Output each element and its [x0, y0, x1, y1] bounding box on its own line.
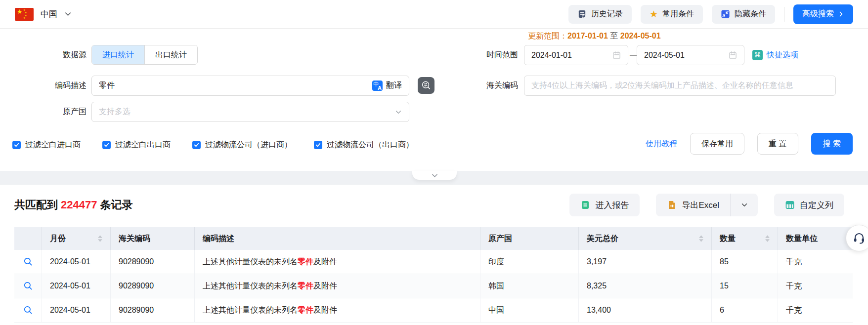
update-range-label: 更新范围： — [528, 32, 567, 40]
cell-quantity-unit: 千克 — [778, 298, 853, 322]
star-icon: ★ — [650, 9, 658, 19]
quick-options-label: 快捷选项 — [767, 50, 798, 60]
customs-trade-search-page: ★★★★★ 中国 历史记录 ★ 常用条件 隐藏条件 高级搜索 — [0, 0, 868, 325]
update-range-end: 2024-05-01 — [620, 32, 661, 40]
export-excel-group: 导出Excel — [656, 194, 758, 216]
code-desc-input[interactable]: 零件 中A 翻译 — [91, 76, 409, 96]
cell-hs-code: 90289090 — [111, 274, 195, 298]
save-common-button[interactable]: 保存常用 — [690, 133, 744, 155]
chevron-down-icon — [64, 10, 72, 18]
calendar-icon — [729, 51, 737, 59]
search-filter-panel: 更新范围：2017-01-01 至 2024-05-01 数据源 进口统计 出口… — [0, 29, 868, 171]
desc-highlight: 零件 — [298, 257, 313, 267]
advanced-search-label: 高级搜索 — [802, 9, 834, 19]
cell-hs-code: 90289090 — [111, 250, 195, 274]
hide-conditions-button[interactable]: 隐藏条件 — [712, 5, 775, 24]
cell-quantity-unit: 千克 — [778, 274, 853, 298]
header-usd-label: 美元总价 — [587, 234, 618, 244]
checkbox-label: 过滤物流公司（进口商） — [205, 140, 292, 150]
origin-country-placeholder: 支持多选 — [99, 107, 130, 117]
code-desc-value: 零件 — [99, 81, 115, 91]
desc-text: 上述其他计量仪表的未列名 — [203, 257, 298, 267]
tab-export-stats[interactable]: 出口统计 — [144, 45, 197, 64]
sorter-icon[interactable] — [98, 235, 102, 242]
customer-service-button[interactable] — [846, 225, 868, 251]
custom-columns-button[interactable]: 自定义列 — [774, 194, 844, 216]
checkbox-filter-blank-exporter[interactable]: 过滤空白出口商 — [102, 140, 171, 150]
columns-icon — [785, 200, 795, 210]
header-quantity-unit[interactable]: 数量单位 — [778, 227, 853, 250]
desc-text: 及附件 — [313, 281, 337, 291]
excel-file-icon — [667, 200, 677, 210]
translate-button[interactable]: 中A 翻译 — [372, 81, 402, 91]
form-action-buttons: 使用教程 保存常用 重 置 搜 索 — [646, 133, 853, 155]
headset-icon — [852, 231, 866, 245]
search-button[interactable]: 搜 索 — [811, 133, 853, 155]
export-options-caret[interactable] — [730, 194, 758, 216]
tutorial-link[interactable]: 使用教程 — [646, 139, 677, 149]
origin-country-select[interactable]: 支持多选 — [91, 102, 409, 122]
favorites-button[interactable]: ★ 常用条件 — [641, 5, 703, 24]
chevron-down-icon — [431, 173, 438, 178]
top-bar-divider — [784, 7, 784, 22]
advanced-search-button[interactable]: 高级搜索 — [793, 4, 853, 24]
checked-checkbox-icon — [102, 141, 111, 149]
desc-text: 及附件 — [313, 305, 337, 316]
enter-report-label: 进入报告 — [595, 200, 629, 211]
export-excel-button[interactable]: 导出Excel — [656, 194, 730, 216]
sorter-icon[interactable] — [765, 235, 770, 242]
data-source-label: 数据源 — [27, 45, 87, 65]
report-icon — [580, 200, 590, 210]
update-range-start: 2017-01-01 — [567, 32, 608, 40]
quick-options-link[interactable]: ⌘ 快捷选项 — [752, 45, 798, 65]
results-summary: 共匹配到224477条记录 — [14, 198, 132, 212]
command-icon: ⌘ — [752, 50, 763, 60]
header-quantity[interactable]: 数量 — [712, 227, 778, 250]
checkbox-filter-blank-importer[interactable]: 过滤空白进口商 — [12, 140, 81, 150]
results-table: 月份 海关编码 编码描述 原产国 美元总价 数量 数量单位 — [14, 227, 853, 323]
hide-conditions-label: 隐藏条件 — [735, 9, 766, 19]
sorter-icon[interactable] — [699, 235, 703, 242]
history-icon — [577, 9, 587, 19]
cell-origin-country: 中国 — [480, 298, 579, 322]
origin-country-label: 原产国 — [27, 102, 87, 122]
row-search-icon[interactable] — [23, 305, 33, 315]
export-excel-label: 导出Excel — [682, 200, 719, 211]
reset-button[interactable]: 重 置 — [757, 133, 798, 155]
results-section: 共匹配到224477条记录 进入报告 导出Excel 自定义列 — [0, 185, 868, 325]
row-search-icon[interactable] — [23, 281, 33, 291]
cell-code-desc: 上述其他计量仪表的未列名零件及附件 — [195, 274, 480, 298]
time-range-label: 时间范围 — [459, 45, 518, 65]
checkbox-filter-logistics-importer[interactable]: 过滤物流公司（进口商） — [192, 140, 292, 150]
enter-report-button[interactable]: 进入报告 — [569, 194, 640, 216]
china-flag-icon: ★★★★★ — [15, 8, 34, 21]
header-hs-code[interactable]: 海关编码 — [111, 227, 195, 250]
cell-month: 2024-05-01 — [42, 250, 111, 274]
magnifier-arrows-icon — [421, 80, 432, 91]
end-date-input[interactable]: 2024-05-01 — [637, 45, 744, 65]
country-selector[interactable]: ★★★★★ 中国 — [15, 8, 72, 21]
custom-columns-label: 自定义列 — [800, 200, 833, 211]
calendar-icon — [612, 51, 621, 59]
tab-import-stats[interactable]: 进口统计 — [92, 45, 144, 64]
checked-checkbox-icon — [314, 141, 322, 149]
country-name: 中国 — [41, 8, 57, 20]
collapse-panel-tab[interactable] — [412, 171, 457, 180]
cell-origin-country: 韩国 — [480, 274, 579, 298]
checkbox-filter-logistics-exporter[interactable]: 过滤物流公司（出口商） — [314, 140, 414, 150]
header-origin-country[interactable]: 原产国 — [480, 227, 579, 250]
cell-origin-country: 印度 — [480, 250, 579, 274]
update-range-note: 更新范围：2017-01-01 至 2024-05-01 — [528, 31, 661, 41]
history-button[interactable]: 历史记录 — [568, 5, 632, 24]
row-search-icon[interactable] — [23, 257, 33, 267]
header-usd-total[interactable]: 美元总价 — [579, 227, 712, 250]
start-date-input[interactable]: 2024-01-01 — [524, 45, 628, 65]
row-detail-cell — [14, 250, 42, 274]
hs-code-label: 海关编码 — [459, 76, 518, 95]
cell-quantity-unit: 千克 — [778, 250, 853, 274]
results-count: 224477 — [58, 199, 100, 211]
hs-code-input[interactable]: 支持4位以上海关编码，或2位海关编码加上产品描述、企业名称的任意信息 — [524, 76, 836, 96]
header-code-desc[interactable]: 编码描述 — [195, 227, 480, 250]
search-exchange-button[interactable] — [418, 77, 434, 94]
header-month[interactable]: 月份 — [42, 227, 111, 250]
